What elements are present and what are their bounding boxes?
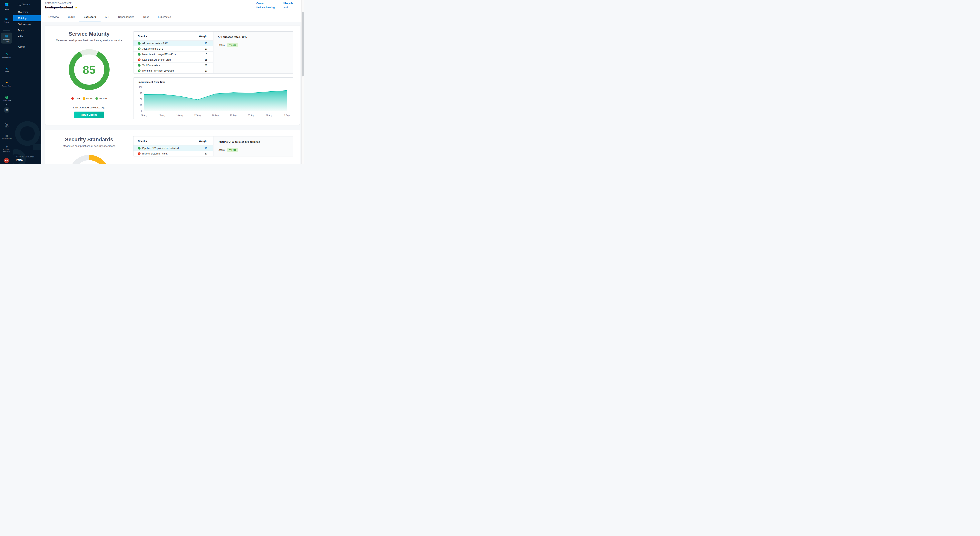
tab-api[interactable]: API <box>100 12 114 22</box>
projects-icon: ▣ <box>0 17 13 21</box>
check-fail-icon: ✗ <box>138 152 140 155</box>
scorecard-summary: Service Maturity Measures development be… <box>45 25 133 125</box>
scorecard-content: Service Maturity Measures development be… <box>41 22 304 164</box>
module-item-cloud-costs[interactable]: $ Cloud Costs <box>0 95 13 101</box>
tab-scorecard[interactable]: Scorecard <box>80 12 101 22</box>
check-row[interactable]: ✓ More than 70% test coverage 20 <box>134 68 213 73</box>
sidebar-item-admin[interactable]: Admin <box>13 44 41 50</box>
svg-text:29 Aug: 29 Aug <box>230 114 236 116</box>
scorecard-title: Service Maturity <box>45 31 133 37</box>
module-label: Deployments <box>0 56 13 59</box>
checks-panel: Checks Weight ✓ Pipeline OPA policies ar… <box>133 136 293 156</box>
check-detail-panel: API success rate > 99% Status: PASSED <box>213 32 293 73</box>
tab-kubernetes[interactable]: Kubernetes <box>153 12 175 22</box>
tab-docs[interactable]: Docs <box>139 12 153 22</box>
search-icon <box>19 4 21 5</box>
user-avatar[interactable]: HM <box>4 158 9 163</box>
sidebar-item-apis[interactable]: APIs <box>13 33 41 40</box>
entity-tabs: Overview CI/CD Scorecard API Dependencie… <box>41 12 304 22</box>
check-detail-title: Pipeline OPA policies are satisfied <box>218 140 289 143</box>
svg-text:30 Aug: 30 Aug <box>248 114 254 116</box>
scrollbar[interactable] <box>301 0 304 164</box>
home-icon: ⌂ <box>0 5 13 8</box>
svg-text:50: 50 <box>140 98 142 100</box>
module-item-feature-flags[interactable]: ⚑ Feature Flags <box>0 81 13 87</box>
module-label: Home <box>0 9 13 11</box>
check-row[interactable]: ✓ TechDocs exists 30 <box>134 62 213 68</box>
legend-label: 0-49 <box>75 97 80 100</box>
portal-sidebar: Search Overview Catalog Self service Doc… <box>13 0 41 164</box>
weight-header: Weight <box>199 35 207 38</box>
sidebar-item-docs[interactable]: Docs <box>13 27 41 33</box>
tab-dependencies[interactable]: Dependencies <box>114 12 139 22</box>
module-item-deployments[interactable]: ↻ Deployments <box>0 52 13 59</box>
tab-overview[interactable]: Overview <box>44 12 64 22</box>
sidebar-divider <box>13 42 41 42</box>
chevron-down-icon[interactable]: ▾ <box>0 103 13 106</box>
svg-text:25: 25 <box>140 104 142 106</box>
check-row[interactable]: ✓ Java version is LTS 20 <box>134 46 213 51</box>
rerun-checks-button[interactable]: Rerun Checks <box>74 111 104 118</box>
svg-text:27 Aug: 27 Aug <box>194 114 201 116</box>
check-pass-icon: ✓ <box>138 69 140 72</box>
check-row[interactable]: ✓ Pipeline OPA policies are satisfied 10 <box>134 145 213 151</box>
check-row[interactable]: ✓ API success rate > 99% 10 <box>134 40 213 46</box>
dashboards-label: DASHBOARDS <box>0 138 13 140</box>
builds-icon: ⚒ <box>0 67 13 70</box>
module-item-developer-portal[interactable]: ▤ Developer Portal <box>1 33 12 43</box>
check-fail-icon: ✗ <box>138 59 140 61</box>
last-updated: Last Updated: 2 weeks ago <box>45 106 133 109</box>
tab-cicd[interactable]: CI/CD <box>64 12 80 22</box>
gear-icon: ⚙ <box>0 145 13 148</box>
chart-title: Improvement Over Time <box>138 81 290 84</box>
owner-link[interactable]: field_engineering <box>256 6 275 9</box>
help-button[interactable]: … HELP <box>0 122 13 128</box>
main-area: COMPONENT — SERVICE boutique-frontend ★ … <box>41 0 304 164</box>
legend-label: 50-74 <box>86 97 92 100</box>
portal-nav-list: Overview Catalog Self service Docs APIs … <box>13 9 41 50</box>
module-label: Projects <box>0 21 13 23</box>
svg-text:28 Aug: 28 Aug <box>212 114 218 116</box>
sidebar-item-overview[interactable]: Overview <box>13 9 41 15</box>
apps-grid-icon: ▦ <box>5 108 8 111</box>
check-row[interactable]: ✗ Less than 1% error in prod 15 <box>134 57 213 62</box>
scrollbar-thumb[interactable] <box>302 12 304 76</box>
svg-text:1 Sep: 1 Sep <box>284 114 290 116</box>
check-pass-icon: ✓ <box>138 53 140 56</box>
dashboards-icon: ▥ <box>0 134 13 137</box>
cloud-costs-icon: $ <box>5 96 8 99</box>
module-switcher-button[interactable]: ▦ <box>4 107 9 113</box>
svg-text:75: 75 <box>140 92 142 94</box>
legend-dot-yellow <box>83 97 85 100</box>
check-row[interactable]: ✓ Mean time to merge PR < 48 hr 5 <box>134 51 213 57</box>
legend-dot-red <box>72 97 74 100</box>
score-gauge <box>69 155 110 164</box>
account-settings-button[interactable]: ⚙ ACCOUNT SETTINGS <box>0 145 13 153</box>
footer-eyebrow: INTERNAL DEVELOPER <box>16 156 35 157</box>
status-label: Status: <box>218 149 225 151</box>
search-box[interactable]: Search <box>13 0 41 8</box>
check-detail-title: API success rate > 99% <box>218 35 289 38</box>
check-pass-icon: ✓ <box>138 42 140 45</box>
score-value: 85 <box>83 63 95 76</box>
improvement-chart-card: Improvement Over Time 025507510024 Aug25… <box>133 78 293 119</box>
score-gauge: 85 <box>69 49 110 90</box>
sidebar-item-self-service[interactable]: Self service <box>13 21 41 27</box>
checks-header: Checks <box>138 140 147 143</box>
account-settings-label: ACCOUNT SETTINGS <box>0 149 13 153</box>
lifecycle-block: Lifecycle prod <box>283 2 293 9</box>
module-item-home[interactable]: ⌂ Home <box>0 5 13 11</box>
module-item-projects[interactable]: ▣ Projects <box>0 17 13 23</box>
help-label: HELP <box>0 126 13 128</box>
favorite-star-icon[interactable]: ★ <box>75 6 78 9</box>
owner-block: Owner field_engineering <box>256 2 275 9</box>
lifecycle-value: prod <box>283 6 293 9</box>
check-pass-icon: ✓ <box>138 147 140 150</box>
check-row[interactable]: ✗ Branch protection is set 30 <box>134 151 213 156</box>
module-item-builds[interactable]: ⚒ Builds <box>0 67 13 73</box>
legend-dot-green <box>95 97 98 100</box>
legend-label: 75-100 <box>99 97 107 100</box>
developer-portal-icon: ▤ <box>1 34 12 38</box>
dashboards-button[interactable]: ▥ DASHBOARDS <box>0 134 13 140</box>
sidebar-item-catalog[interactable]: Catalog <box>13 15 41 21</box>
